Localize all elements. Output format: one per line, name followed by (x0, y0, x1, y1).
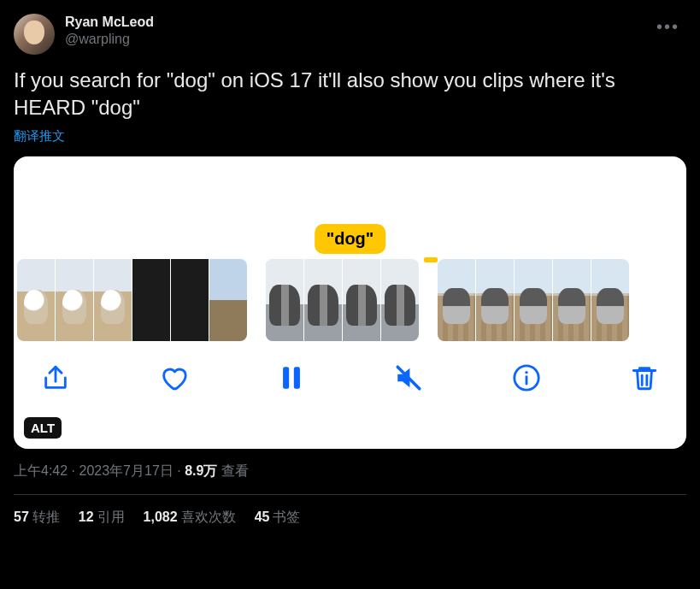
tweet-meta: 上午4:42 · 2023年7月17日 · 8.9万 查看 (14, 462, 686, 495)
caption-pill: "dog" (315, 224, 386, 254)
views-count: 8.9万 (185, 463, 217, 478)
clip-timeline[interactable] (14, 259, 686, 341)
clip-frame (171, 259, 209, 341)
tweet-header: Ryan McLeod @warpling ••• (14, 14, 686, 55)
clip-frame (132, 259, 170, 341)
clip-group-1[interactable] (17, 259, 247, 341)
trash-icon[interactable] (630, 363, 659, 396)
clip-frame (304, 259, 342, 341)
clip-frame (381, 259, 419, 341)
clip-frame (56, 259, 93, 341)
handle: @warpling (65, 31, 639, 48)
clip-frame (553, 259, 591, 341)
avatar[interactable] (14, 14, 55, 55)
clip-frame (266, 259, 303, 341)
clip-frame (17, 259, 55, 341)
views-label: 查看 (221, 463, 249, 478)
media-toolbar (14, 341, 686, 396)
clip-frame (343, 259, 380, 341)
clip-frame (438, 259, 475, 341)
stat-bookmarks[interactable]: 45书签 (255, 509, 301, 527)
stat-retweets[interactable]: 57转推 (14, 509, 60, 527)
translate-link[interactable]: 翻译推文 (14, 128, 65, 144)
display-name: Ryan McLeod (65, 14, 639, 31)
svg-rect-1 (293, 367, 299, 389)
stat-quotes[interactable]: 12引用 (79, 509, 125, 527)
tweet-date[interactable]: 2023年7月17日 (79, 463, 173, 478)
media-card[interactable]: "dog" (14, 156, 686, 449)
tweet-stats: 57转推 12引用 1,082喜欢次数 45书签 (14, 495, 686, 540)
scrub-marker (424, 257, 438, 262)
svg-point-5 (525, 371, 527, 374)
pause-icon[interactable] (277, 363, 306, 396)
media-top-whitespace: "dog" (14, 156, 686, 259)
mute-icon[interactable] (394, 363, 423, 396)
clip-frame (591, 259, 629, 341)
author-identity[interactable]: Ryan McLeod @warpling (65, 14, 639, 48)
clip-frame (209, 259, 247, 341)
tweet-time[interactable]: 上午4:42 (14, 463, 68, 478)
clip-frame (476, 259, 514, 341)
clip-group-3[interactable] (438, 259, 629, 341)
tweet-text: If you search for "dog" on iOS 17 it'll … (14, 67, 686, 121)
clip-group-2[interactable] (266, 259, 419, 341)
alt-badge[interactable]: ALT (24, 417, 62, 439)
info-icon[interactable] (512, 363, 541, 396)
heart-icon[interactable] (159, 363, 188, 396)
stat-likes[interactable]: 1,082喜欢次数 (144, 509, 236, 527)
more-icon[interactable]: ••• (650, 14, 686, 40)
svg-rect-0 (283, 367, 289, 389)
clip-frame (94, 259, 132, 341)
tweet-container: Ryan McLeod @warpling ••• If you search … (0, 0, 700, 540)
clip-frame (515, 259, 552, 341)
share-icon[interactable] (41, 363, 70, 396)
